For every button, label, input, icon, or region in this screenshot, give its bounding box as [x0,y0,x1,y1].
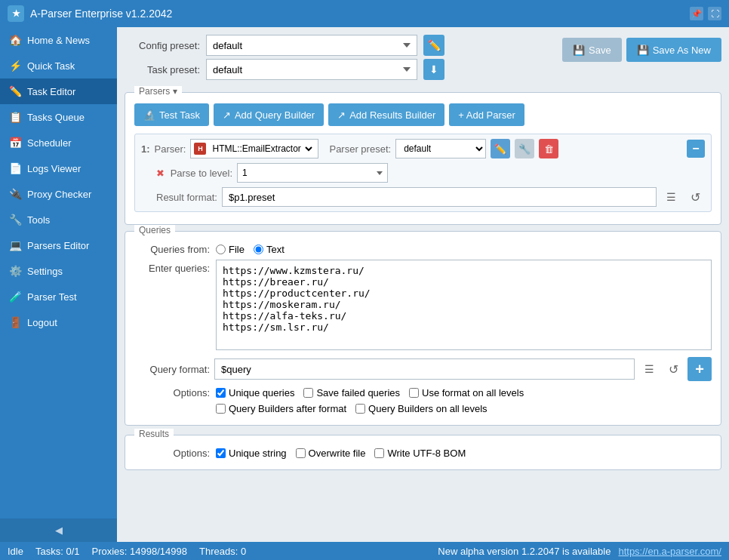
query-builders-after-format-checkbox[interactable] [216,404,226,414]
query-builders-after-format-label[interactable]: Query Builders after format [216,403,346,414]
parser-delete-btn[interactable]: 🗑 [539,139,558,158]
enter-queries-row: Enter queries: https://www.kzmstera.ru/ … [134,260,712,352]
use-format-all-levels-checkbox[interactable] [409,388,419,398]
query-builders-on-all-levels-checkbox[interactable] [355,404,365,414]
save-button[interactable]: 💾 Save [562,38,622,62]
parsers-editor-icon: 💻 [9,239,21,251]
query-format-list-btn[interactable]: ☰ [639,359,659,379]
unique-string-text: Unique string [229,448,287,459]
result-format-list-btn[interactable]: ☰ [661,187,681,207]
sidebar-item-label: Settings [27,266,63,277]
queries-from-row: Queries from: File Text [134,244,712,255]
save-as-new-label: Save As New [653,45,711,56]
test-icon: 🔬 [143,109,155,121]
query-builders-on-all-levels-text: Query Builders on all levels [368,403,488,414]
write-utf8-bom-label[interactable]: Write UTF-8 BOM [374,448,466,459]
result-format-input[interactable] [222,187,657,207]
parse-to-level-select[interactable]: 1 2 3 [237,163,388,183]
file-radio-label[interactable]: File [216,244,245,255]
save-buttons: 💾 Save 💾 Save As New [562,38,721,62]
use-format-all-levels-label[interactable]: Use format on all levels [409,387,524,398]
results-icon: ↗ [337,109,346,121]
parser-preset-select[interactable]: default [395,139,486,158]
error-icon: ✖ [156,168,165,179]
preset-area: Config preset: default ✏️ Task preset: d… [125,35,721,83]
test-task-button[interactable]: 🔬 Test Task [134,103,209,126]
sidebar-item-home-news[interactable]: 🏠 Home & News [0,27,117,53]
app-icon: ★ [8,5,24,22]
overwrite-file-label[interactable]: Overwrite file [296,448,366,459]
queries-content: Queries from: File Text Enter queries: [134,244,712,414]
queries-textarea[interactable]: https://www.kzmstera.ru/ https://breaer.… [216,260,712,350]
result-format-reset-btn[interactable]: ↺ [685,187,705,207]
sidebar-item-label: Home & News [27,35,90,46]
overwrite-file-checkbox[interactable] [296,448,306,458]
sidebar-item-label: Parser Test [27,291,77,303]
config-preset-row: Config preset: default ✏️ [125,35,556,56]
parser-edit-btn[interactable]: ✏️ [491,139,510,158]
sidebar-collapse-btn[interactable]: ◀ [0,518,117,542]
threads-status: Threads: 0 [199,546,246,557]
unique-queries-checkbox[interactable] [216,388,226,398]
parser-select[interactable]: HTML::EmailExtractor [209,143,315,155]
logout-icon: 🚪 [9,316,21,328]
save-failed-queries-checkbox[interactable] [303,388,313,398]
parser-row-header: 1: Parser: H HTML::EmailExtractor Parser… [141,139,705,158]
queries-from-label: Queries from: [134,244,210,255]
update-link[interactable]: https://en.a-parser.com/ [618,546,721,557]
expand-button[interactable]: ⛶ [708,7,721,20]
sidebar-item-label: Task Editor [27,86,75,97]
unique-string-checkbox[interactable] [216,448,226,458]
sidebar-item-proxy-checker[interactable]: 🔌 Proxy Checker [0,181,117,207]
text-label: Text [266,244,285,255]
query-format-row: Query format: ☰ ↺ + [134,357,712,381]
save-as-new-button[interactable]: 💾 Save As New [626,38,721,62]
config-preset-select[interactable]: default [206,35,417,56]
config-preset-edit-btn[interactable]: ✏️ [423,35,444,56]
sidebar-item-logs-viewer[interactable]: 📄 Logs Viewer [0,155,117,181]
result-format-label: Result format: [156,192,217,203]
quick-task-icon: ⚡ [9,60,21,72]
parser-label: Parser: [155,143,186,155]
unique-string-label[interactable]: Unique string [216,448,287,459]
parser-collapse-btn[interactable]: − [687,140,705,158]
query-builders-on-all-levels-label[interactable]: Query Builders on all levels [355,403,488,414]
query-format-input[interactable] [214,358,635,380]
sidebar-item-tools[interactable]: 🔧 Tools [0,207,117,232]
sidebar-item-task-editor[interactable]: ✏️ Task Editor [0,78,117,104]
sidebar-item-tasks-queue[interactable]: 📋 Tasks Queue [0,104,117,130]
idle-status: Idle [8,546,23,557]
sidebar-item-parser-test[interactable]: 🧪 Parser Test [0,284,117,309]
sidebar-item-label: Parsers Editor [27,240,89,251]
unique-queries-label[interactable]: Unique queries [216,387,294,398]
add-parser-button[interactable]: + Add Parser [449,103,524,126]
parser-type-icon: H [194,143,206,155]
file-radio[interactable] [216,245,226,254]
edit-icon: ✏️ [9,85,21,97]
query-format-reset-btn[interactable]: ↺ [663,359,683,379]
pin-button[interactable]: 📌 [690,7,703,20]
task-preset-select[interactable]: default [206,59,417,80]
sidebar-item-settings[interactable]: ⚙️ Settings [0,258,117,284]
save-failed-queries-label[interactable]: Save failed queries [303,387,400,398]
query-format-add-btn[interactable]: + [687,357,712,381]
scheduler-icon: 📅 [9,137,21,149]
sidebar-item-parsers-editor[interactable]: 💻 Parsers Editor [0,232,117,258]
results-options-row: Options: Unique string Overwrite file Wr… [134,448,712,459]
add-query-builder-button[interactable]: ↗ Add Query Builder [214,103,324,126]
save-label: Save [589,45,611,56]
task-preset-label: Task preset: [125,64,200,75]
sidebar-item-scheduler[interactable]: 📅 Scheduler [0,130,117,155]
task-preset-download-btn[interactable]: ⬇ [423,59,444,80]
queries-textarea-wrapper: https://www.kzmstera.ru/ https://breaer.… [216,260,712,352]
add-results-builder-button[interactable]: ↗ Add Results Builder [328,103,444,126]
sidebar-item-logout[interactable]: 🚪 Logout [0,309,117,335]
text-radio-label[interactable]: Text [254,244,285,255]
text-radio[interactable] [254,245,263,254]
sidebar: 🏠 Home & News ⚡ Quick Task ✏️ Task Edito… [0,27,117,542]
queue-icon: 📋 [9,111,21,123]
write-utf8-bom-checkbox[interactable] [374,448,384,458]
parser-row-1: 1: Parser: H HTML::EmailExtractor Parser… [134,134,712,212]
sidebar-item-quick-task[interactable]: ⚡ Quick Task [0,53,117,78]
parser-settings-btn[interactable]: 🔧 [515,139,534,158]
